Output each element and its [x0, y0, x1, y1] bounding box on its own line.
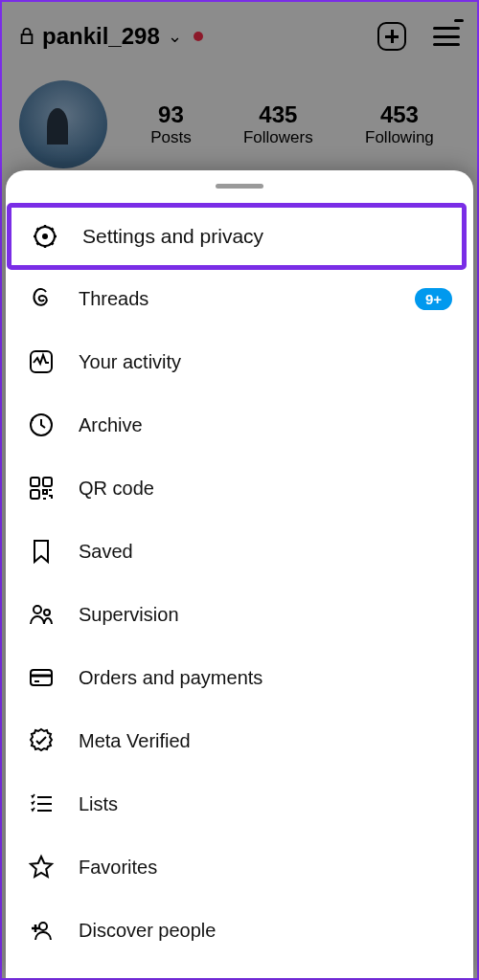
menu-item-label: Settings and privacy [82, 225, 263, 248]
discover-people-icon [27, 916, 56, 945]
menu-item-label: Your activity [79, 351, 181, 373]
supervision-icon [27, 600, 56, 629]
menu-item-supervision[interactable]: Supervision [6, 583, 473, 646]
archive-icon [27, 411, 56, 439]
menu-item-settings[interactable]: Settings and privacy [10, 206, 464, 267]
menu-item-label: Discover people [79, 920, 216, 942]
threads-icon [27, 284, 56, 313]
menu-item-discover[interactable]: Discover people [6, 899, 473, 962]
count-badge: 9+ [415, 288, 452, 310]
menu-item-favorites[interactable]: Favorites [6, 835, 473, 899]
menu-item-verified[interactable]: Meta Verified [6, 709, 473, 772]
menu-item-lists[interactable]: Lists [6, 772, 473, 835]
menu-item-label: Lists [79, 793, 118, 815]
lists-icon [27, 790, 56, 818]
menu-item-label: Supervision [79, 604, 179, 626]
menu-item-archive[interactable]: Archive [6, 393, 473, 457]
menu-item-label: Threads [79, 288, 148, 310]
card-icon [27, 663, 56, 692]
star-icon [27, 853, 56, 881]
menu-item-label: Favorites [79, 857, 157, 879]
menu-item-label: QR code [79, 478, 154, 500]
bottom-sheet: Settings and privacyThreads9+Your activi… [6, 170, 473, 978]
menu-item-saved[interactable]: Saved [6, 520, 473, 583]
menu-item-label: Meta Verified [79, 730, 191, 752]
menu-item-orders[interactable]: Orders and payments [6, 646, 473, 709]
menu-item-label: Saved [79, 541, 133, 563]
settings-gear-icon [31, 222, 59, 251]
menu-item-threads[interactable]: Threads9+ [6, 267, 473, 330]
menu-item-label: Orders and payments [79, 667, 262, 689]
sheet-grab-handle[interactable] [216, 184, 263, 189]
menu-item-activity[interactable]: Your activity [6, 330, 473, 393]
bookmark-icon [27, 537, 56, 566]
activity-icon [27, 347, 56, 376]
sheet-menu: Settings and privacyThreads9+Your activi… [6, 206, 473, 962]
qr-code-icon [27, 474, 56, 502]
menu-item-qrcode[interactable]: QR code [6, 457, 473, 520]
verified-badge-icon [27, 726, 56, 755]
menu-item-label: Archive [79, 414, 143, 436]
